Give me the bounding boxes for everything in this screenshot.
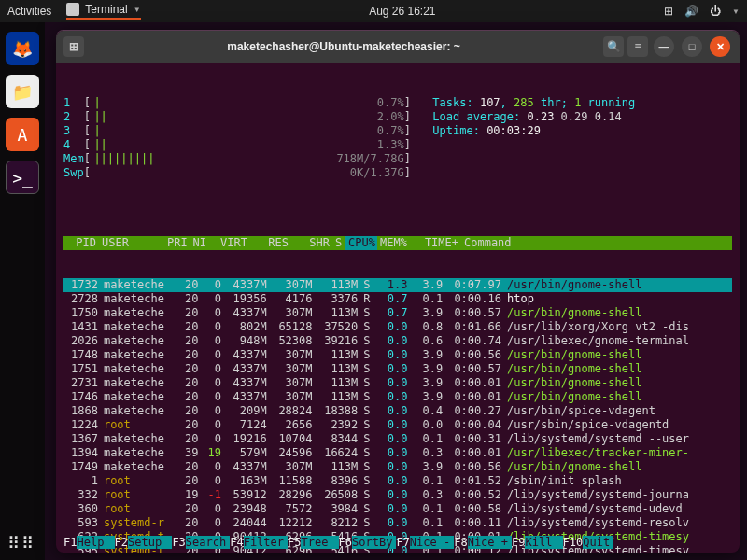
minimize-button[interactable]: — — [654, 36, 674, 57]
process-row[interactable]: 2731 maketeche 20 0 4337M 307M 113M S 0.… — [63, 376, 732, 390]
network-icon[interactable]: ⊞ — [664, 5, 673, 18]
process-row[interactable]: 593 systemd-r 20 0 24044 12212 8212 S 0.… — [63, 516, 732, 530]
clock[interactable]: Aug 26 16:21 — [141, 5, 664, 18]
maximize-button[interactable]: □ — [682, 36, 702, 57]
terminal-app-icon — [66, 3, 79, 16]
files-icon[interactable]: 📁 — [6, 75, 39, 108]
menu-button[interactable]: ≡ — [627, 36, 648, 57]
power-icon[interactable]: ⏻ — [710, 5, 721, 18]
process-row[interactable]: 1749 maketeche 20 0 4337M 307M 113M S 0.… — [63, 460, 732, 474]
active-app-indicator[interactable]: Terminal ▼ — [66, 3, 140, 20]
firefox-icon[interactable]: 🦊 — [6, 32, 39, 65]
process-row[interactable]: 1367 maketeche 20 0 19216 10704 8344 S 0… — [63, 432, 732, 446]
process-row[interactable]: 1431 maketeche 20 0 802M 65128 37520 S 0… — [63, 320, 732, 334]
process-row[interactable]: 1746 maketeche 20 0 4337M 307M 113M S 0.… — [63, 390, 732, 404]
process-row[interactable]: 1748 maketeche 20 0 4337M 307M 113M S 0.… — [63, 348, 732, 362]
process-row[interactable]: 1394 maketeche 39 19 579M 24596 16624 S … — [63, 446, 732, 460]
terminal-output[interactable]: 1[|0.7%]Tasks: 107, 285 thr; 1 running2[… — [56, 63, 740, 553]
fkey-F7[interactable]: F7 — [396, 536, 409, 549]
volume-icon[interactable]: 🔊 — [684, 5, 698, 18]
cpu-meters: 1[|0.7%]Tasks: 107, 285 thr; 1 running2[… — [63, 96, 732, 180]
chevron-down-icon: ▼ — [134, 6, 141, 14]
process-row[interactable]: 1 root 20 0 163M 11588 8396 S 0.0 0.1 0:… — [63, 474, 732, 488]
terminal-icon[interactable]: >_ — [6, 161, 39, 194]
process-row[interactable]: 360 root 20 0 23948 7572 3984 S 0.0 0.1 … — [63, 502, 732, 516]
process-row[interactable]: 1732 maketeche 20 0 4337M 307M 113M S 1.… — [63, 278, 732, 292]
fkey-F9[interactable]: F9 — [512, 536, 525, 549]
fkey-F6[interactable]: F6 — [339, 536, 352, 549]
process-row[interactable]: 1750 maketeche 20 0 4337M 307M 113M S 0.… — [63, 306, 732, 320]
column-headers[interactable]: PIDUSERPRINIVIRTRESSHRSCPU%MEM%TIME+Comm… — [63, 236, 732, 250]
fkey-bar[interactable]: F1Help F2Setup F3SearchF4FilterF5Tree F6… — [63, 536, 732, 549]
software-store-icon[interactable]: A — [6, 118, 39, 151]
process-row[interactable]: 1868 maketeche 20 0 209M 28824 18388 S 0… — [63, 404, 732, 418]
fkey-F3[interactable]: F3 — [172, 536, 185, 549]
process-row[interactable]: 2728 maketeche 20 0 19356 4176 3376 R 0.… — [63, 292, 732, 306]
window-titlebar[interactable]: ⊞ maketechasher@Ubuntu-maketecheasier: ~… — [56, 31, 740, 63]
process-row[interactable]: 332 root 19 -1 53912 28296 26508 S 0.0 0… — [63, 488, 732, 502]
close-button[interactable]: ✕ — [710, 36, 730, 57]
window-title: maketechasher@Ubuntu-maketecheasier: ~ — [86, 40, 601, 53]
process-row[interactable]: 2026 maketeche 20 0 948M 52308 39216 S 0… — [63, 334, 732, 348]
new-tab-button[interactable]: ⊞ — [63, 36, 84, 57]
activities-button[interactable]: Activities — [7, 5, 51, 18]
process-row[interactable]: 1224 root 20 0 7124 2656 2392 S 0.0 0.0 … — [63, 418, 732, 432]
fkey-F2[interactable]: F2 — [115, 536, 128, 549]
gnome-topbar: Activities Terminal ▼ Aug 26 16:21 ⊞ 🔊 ⏻… — [0, 0, 747, 22]
search-button[interactable]: 🔍 — [603, 36, 624, 57]
fkey-F10[interactable]: F10 — [563, 536, 584, 549]
dock: 🦊 📁 A >_ ⠿⠿ — [0, 22, 45, 560]
chevron-down-icon: ▼ — [732, 7, 740, 16]
fkey-F5[interactable]: F5 — [288, 536, 301, 549]
process-table[interactable]: 1732 maketeche 20 0 4337M 307M 113M S 1.… — [63, 278, 732, 553]
terminal-window: ⊞ maketechasher@Ubuntu-maketecheasier: ~… — [56, 30, 740, 553]
process-row[interactable]: 1751 maketeche 20 0 4337M 307M 113M S 0.… — [63, 362, 732, 376]
fkey-F8[interactable]: F8 — [454, 536, 467, 549]
show-apps-icon[interactable]: ⠿⠿ — [7, 533, 35, 553]
fkey-F1[interactable]: F1 — [63, 536, 77, 549]
fkey-F4[interactable]: F4 — [230, 536, 243, 549]
